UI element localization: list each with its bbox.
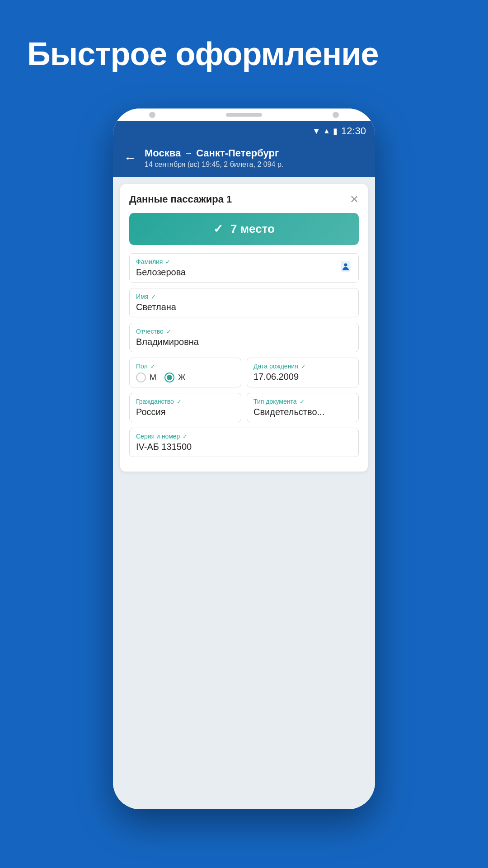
middle-name-check: ✓ <box>166 328 171 335</box>
app-header: ← Москва → Санкт-Петербург 14 сентября (… <box>113 141 375 177</box>
last-name-value: Белозерова <box>136 267 352 278</box>
svg-point-1 <box>344 263 347 266</box>
gender-male-radio[interactable] <box>136 373 146 382</box>
first-name-value: Светлана <box>136 302 352 312</box>
form-title: Данные пассажира 1 <box>129 193 232 205</box>
gender-female-label: Ж <box>178 373 186 382</box>
birth-date-label: Дата рождения ✓ <box>253 363 352 370</box>
header-route: Москва → Санкт-Петербург <box>145 147 283 159</box>
birth-date-value: 17.06.2009 <box>253 372 352 382</box>
route-to: Санкт-Петербург <box>196 147 279 159</box>
close-button[interactable]: ✕ <box>350 193 359 206</box>
doc-type-field[interactable]: Тип документа ✓ Свидетельство... <box>247 393 359 422</box>
phone-top-bar <box>113 108 375 121</box>
citizenship-check: ✓ <box>177 398 182 405</box>
gender-female-option[interactable]: Ж <box>164 373 186 382</box>
phone-camera-right <box>333 112 339 118</box>
gender-female-radio-inner <box>167 375 172 380</box>
citizenship-field[interactable]: Гражданство ✓ Россия <box>129 393 241 422</box>
doc-type-value: Свидетельство... <box>253 407 352 417</box>
header-info: Москва → Санкт-Петербург 14 сентября (вс… <box>145 147 283 169</box>
contact-icon[interactable] <box>339 260 352 276</box>
citizenship-label: Гражданство ✓ <box>136 398 235 405</box>
status-bar: ▼ ▲ ▮ 12:30 <box>113 121 375 141</box>
route-arrow: → <box>184 149 192 158</box>
wifi-icon: ▼ <box>312 127 320 136</box>
seat-check-icon: ✓ <box>213 222 223 236</box>
middle-name-label: Отчество ✓ <box>136 328 352 335</box>
phone-mockup: ▼ ▲ ▮ 12:30 ← Москва → Санкт-Петербург 1… <box>113 108 375 809</box>
gender-male-label: М <box>150 373 156 382</box>
doc-number-check: ✓ <box>183 433 188 440</box>
doc-number-field[interactable]: Серия и номер ✓ IV-АБ 131500 <box>129 428 359 457</box>
gender-label: Пол ✓ <box>136 363 235 370</box>
citizenship-value: Россия <box>136 407 235 417</box>
doc-number-value: IV-АБ 131500 <box>136 442 352 452</box>
gender-options: М Ж <box>136 373 235 382</box>
status-icons: ▼ ▲ ▮ <box>312 126 338 136</box>
form-card-header: Данные пассажира 1 ✕ <box>129 193 359 206</box>
page-title: Быстрое оформление <box>27 36 378 72</box>
gender-birthdate-row: Пол ✓ М Ж <box>129 358 359 387</box>
birth-date-check: ✓ <box>301 363 306 370</box>
doc-number-label: Серия и номер ✓ <box>136 433 352 440</box>
gender-female-radio[interactable] <box>164 373 174 382</box>
passenger-form-card: Данные пассажира 1 ✕ ✓ 7 место Фамилия ✓… <box>120 184 368 472</box>
doc-type-label: Тип документа ✓ <box>253 398 352 405</box>
seat-button[interactable]: ✓ 7 место <box>129 213 359 245</box>
app-content: Данные пассажира 1 ✕ ✓ 7 место Фамилия ✓… <box>113 177 375 809</box>
middle-name-field[interactable]: Отчество ✓ Владимировна <box>129 323 359 352</box>
middle-name-value: Владимировна <box>136 337 352 347</box>
status-time: 12:30 <box>341 125 366 137</box>
back-button[interactable]: ← <box>122 149 138 167</box>
first-name-field[interactable]: Имя ✓ Светлана <box>129 288 359 317</box>
last-name-check: ✓ <box>165 259 170 265</box>
signal-icon: ▲ <box>323 127 330 135</box>
route-from: Москва <box>145 147 181 159</box>
first-name-check: ✓ <box>151 293 156 300</box>
battery-icon: ▮ <box>333 126 338 136</box>
gender-field[interactable]: Пол ✓ М Ж <box>129 358 241 387</box>
last-name-label: Фамилия ✓ <box>136 258 352 265</box>
gender-check: ✓ <box>150 363 155 370</box>
seat-label: 7 место <box>230 222 275 236</box>
phone-speaker <box>226 113 262 117</box>
header-details: 14 сентября (вс) 19:45, 2 билета, 2 094 … <box>145 160 283 169</box>
last-name-field[interactable]: Фамилия ✓ Белозерова <box>129 253 359 283</box>
doc-type-check: ✓ <box>300 398 305 405</box>
birth-date-field[interactable]: Дата рождения ✓ 17.06.2009 <box>247 358 359 387</box>
citizenship-doctype-row: Гражданство ✓ Россия Тип документа ✓ Сви… <box>129 393 359 422</box>
gender-male-option[interactable]: М <box>136 373 156 382</box>
first-name-label: Имя ✓ <box>136 293 352 300</box>
phone-camera-left <box>149 112 155 118</box>
